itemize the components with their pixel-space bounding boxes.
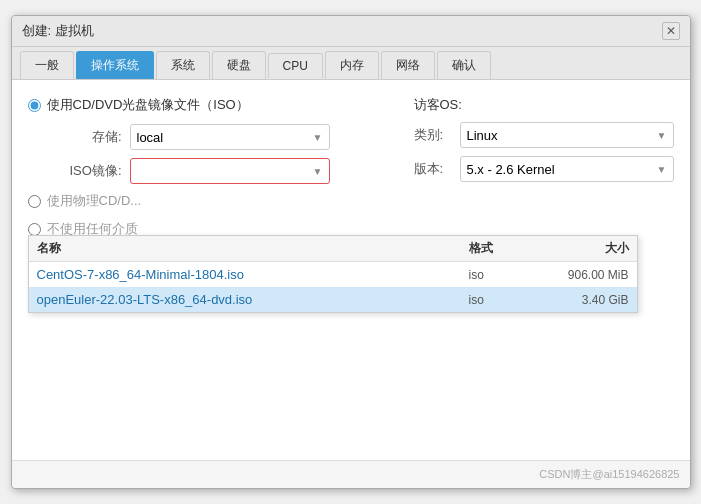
use-physical-radio[interactable] — [28, 195, 41, 208]
item-1-size: 3.40 GiB — [549, 293, 629, 307]
col-size-header: 大小 — [549, 240, 629, 257]
item-0-size: 906.00 MiB — [549, 268, 629, 282]
close-button[interactable]: ✕ — [662, 22, 680, 40]
iso-label: ISO镜像: — [52, 162, 122, 180]
use-iso-radio[interactable] — [28, 99, 41, 112]
guest-os-title: 访客OS: — [414, 96, 674, 114]
storage-select[interactable]: local ▼ — [130, 124, 330, 150]
tab-bar: 一般 操作系统 系统 硬盘 CPU 内存 网络 确认 — [12, 47, 690, 80]
physical-label[interactable]: 使用物理CD/D... — [47, 192, 142, 210]
storage-value: local — [137, 130, 164, 145]
main-window: 创建: 虚拟机 ✕ 一般 操作系统 系统 硬盘 CPU 内存 网络 确认 使用C… — [11, 15, 691, 489]
iso-arrow-icon: ▼ — [313, 166, 323, 177]
version-label: 版本: — [414, 160, 454, 178]
use-iso-label[interactable]: 使用CD/DVD光盘镜像文件（ISO） — [47, 96, 249, 114]
use-none-radio[interactable] — [28, 223, 41, 236]
physical-radio-row: 使用物理CD/D... — [28, 192, 674, 210]
version-row: 版本: 5.x - 2.6 Kernel ▼ — [414, 156, 674, 182]
item-1-name: openEuler-22.03-LTS-x86_64-dvd.iso — [37, 292, 469, 307]
guest-os-panel: 访客OS: 类别: Linux ▼ 版本: 5.x - 2.6 Kernel ▼ — [414, 96, 674, 190]
version-arrow-icon: ▼ — [657, 164, 667, 175]
version-select[interactable]: 5.x - 2.6 Kernel ▼ — [460, 156, 674, 182]
category-value: Linux — [467, 128, 498, 143]
tab-general[interactable]: 一般 — [20, 51, 74, 79]
content-area: 使用CD/DVD光盘镜像文件（ISO） 存储: local ▼ ISO镜像: ▼… — [12, 80, 690, 460]
col-format-header: 格式 — [469, 240, 549, 257]
tab-system[interactable]: 系统 — [156, 51, 210, 79]
footer-bar: CSDN博主@ai15194626825 — [12, 460, 690, 488]
item-1-format: iso — [469, 293, 549, 307]
col-name-header: 名称 — [37, 240, 469, 257]
dropdown-header: 名称 格式 大小 — [29, 236, 637, 262]
watermark-text: CSDN博主@ai15194626825 — [539, 467, 679, 482]
category-arrow-icon: ▼ — [657, 130, 667, 141]
item-0-format: iso — [469, 268, 549, 282]
tab-network[interactable]: 网络 — [381, 51, 435, 79]
category-label: 类别: — [414, 126, 454, 144]
storage-arrow-icon: ▼ — [313, 132, 323, 143]
title-bar: 创建: 虚拟机 ✕ — [12, 16, 690, 47]
version-value: 5.x - 2.6 Kernel — [467, 162, 555, 177]
dropdown-item-0[interactable]: CentOS-7-x86_64-Minimal-1804.iso iso 906… — [29, 262, 637, 287]
category-row: 类别: Linux ▼ — [414, 122, 674, 148]
window-title: 创建: 虚拟机 — [22, 22, 94, 40]
tab-memory[interactable]: 内存 — [325, 51, 379, 79]
tab-harddisk[interactable]: 硬盘 — [212, 51, 266, 79]
tab-confirm[interactable]: 确认 — [437, 51, 491, 79]
item-0-name: CentOS-7-x86_64-Minimal-1804.iso — [37, 267, 469, 282]
storage-label: 存储: — [52, 128, 122, 146]
tab-cpu[interactable]: CPU — [268, 53, 323, 78]
iso-dropdown: 名称 格式 大小 CentOS-7-x86_64-Minimal-1804.is… — [28, 235, 638, 313]
category-select[interactable]: Linux ▼ — [460, 122, 674, 148]
close-icon: ✕ — [666, 24, 676, 38]
dropdown-item-1[interactable]: openEuler-22.03-LTS-x86_64-dvd.iso iso 3… — [29, 287, 637, 312]
iso-select[interactable]: ▼ — [130, 158, 330, 184]
tab-os[interactable]: 操作系统 — [76, 51, 154, 79]
